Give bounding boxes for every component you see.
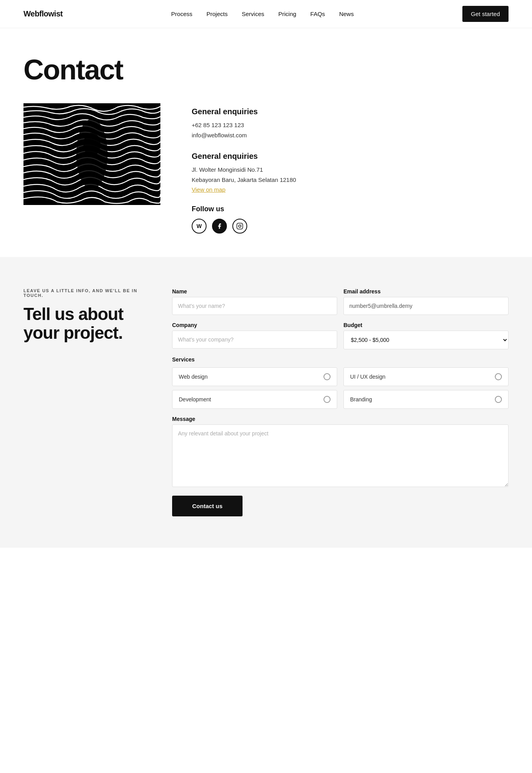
logo[interactable]: Webflowist [23, 9, 63, 18]
company-budget-row: Company Budget $2,500 - $5,000 $5,000 - … [172, 322, 509, 349]
message-group: Message [172, 416, 509, 487]
social-icons: W [192, 219, 509, 234]
form-left: LEAVE US A LITTLE INFO, AND WE'LL BE IN … [23, 288, 141, 343]
page-title: Contact [23, 56, 509, 84]
company-label: Company [172, 322, 337, 328]
webflow-icon[interactable]: W [192, 219, 207, 234]
instagram-icon[interactable] [232, 219, 247, 234]
web-design-label: Web design [179, 374, 208, 380]
nav-projects[interactable]: Projects [207, 11, 228, 17]
address-line-2: Kebayoran Baru, Jakarta Selatan 12180 [192, 175, 509, 185]
contact-hero: Contact [0, 28, 532, 257]
branding-option[interactable]: Branding [343, 390, 509, 409]
svg-point-2 [83, 133, 101, 156]
ui-ux-option[interactable]: UI / UX design [343, 367, 509, 386]
services-row-2: Development Branding [172, 390, 509, 409]
form-tagline: LEAVE US A LITTLE INFO, AND WE'LL BE IN … [23, 288, 141, 298]
budget-select[interactable]: $2,500 - $5,000 $5,000 - $10,000 $10,000… [343, 331, 509, 349]
web-design-option[interactable]: Web design [172, 367, 337, 386]
company-input[interactable] [172, 331, 337, 349]
contact-form: Name Email address Company Budget $2,500… [172, 288, 509, 516]
services-row-1: Web design UI / UX design [172, 367, 509, 386]
enquiry-heading-2: General enquiries [192, 152, 509, 161]
view-on-map-link[interactable]: View on map [192, 186, 225, 193]
ui-ux-label: UI / UX design [350, 374, 385, 380]
phone-number: +62 85 123 123 123 [192, 120, 509, 130]
budget-label: Budget [343, 322, 509, 328]
web-design-radio [324, 373, 331, 380]
name-group: Name [172, 288, 337, 315]
svg-point-5 [241, 224, 242, 225]
contact-image [23, 103, 160, 205]
development-label: Development [179, 396, 211, 403]
address-line-1: Jl. Wolter Monginsidi No.71 [192, 165, 509, 175]
get-started-button[interactable]: Get started [462, 6, 509, 22]
ui-ux-radio [495, 373, 502, 380]
contact-details: General enquiries +62 85 123 123 123 inf… [192, 103, 509, 234]
development-radio [324, 396, 331, 403]
contact-us-button[interactable]: Contact us [172, 496, 243, 516]
name-email-row: Name Email address [172, 288, 509, 315]
services-section: Services Web design UI / UX design Devel… [172, 356, 509, 409]
form-section: LEAVE US A LITTLE INFO, AND WE'LL BE IN … [0, 257, 532, 548]
nav-links: Process Projects Services Pricing FAQs N… [171, 11, 354, 18]
message-label: Message [172, 416, 509, 422]
svg-rect-3 [237, 223, 243, 229]
email-group: Email address [343, 288, 509, 315]
company-group: Company [172, 322, 337, 349]
branding-label: Branding [350, 396, 372, 403]
services-grid: Web design UI / UX design Development Br… [172, 367, 509, 409]
contact-info-grid: General enquiries +62 85 123 123 123 inf… [23, 103, 509, 234]
enquiry-section-2: General enquiries Jl. Wolter Monginsidi … [192, 152, 509, 193]
services-label: Services [172, 356, 509, 363]
name-input[interactable] [172, 297, 337, 315]
enquiry-heading-1: General enquiries [192, 107, 509, 116]
enquiry-section-1: General enquiries +62 85 123 123 123 inf… [192, 107, 509, 140]
development-option[interactable]: Development [172, 390, 337, 409]
nav-news[interactable]: News [339, 11, 354, 17]
message-textarea[interactable] [172, 424, 509, 487]
email-address: info@webflowist.com [192, 130, 509, 140]
email-input[interactable] [343, 297, 509, 315]
follow-section: Follow us W [192, 205, 509, 234]
svg-point-4 [239, 225, 241, 227]
form-headline: Tell us about your project. [23, 305, 141, 343]
budget-group: Budget $2,500 - $5,000 $5,000 - $10,000 … [343, 322, 509, 349]
facebook-icon[interactable] [212, 219, 227, 234]
follow-heading: Follow us [192, 205, 509, 213]
navbar: Webflowist Process Projects Services Pri… [0, 0, 532, 28]
nav-faqs[interactable]: FAQs [310, 11, 325, 17]
name-label: Name [172, 288, 337, 295]
nav-pricing[interactable]: Pricing [279, 11, 297, 17]
email-label: Email address [343, 288, 509, 295]
nav-services[interactable]: Services [242, 11, 264, 17]
branding-radio [495, 396, 502, 403]
nav-process[interactable]: Process [171, 11, 192, 17]
